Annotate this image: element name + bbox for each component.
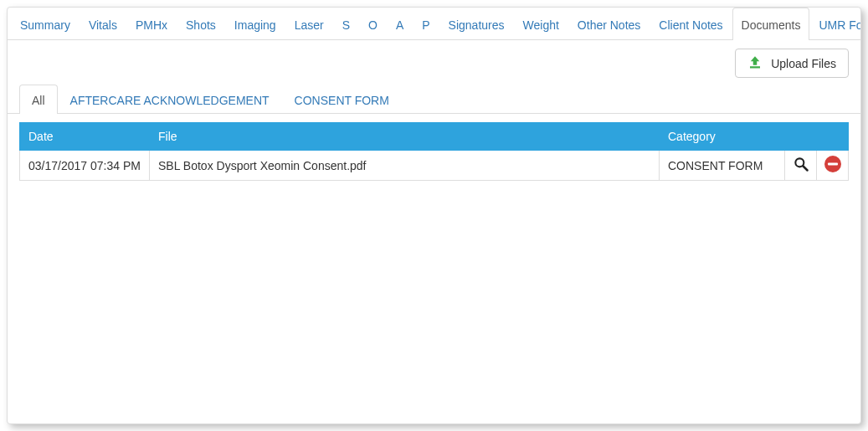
cell-category: CONSENT FORM — [660, 151, 785, 181]
tab-summary[interactable]: Summary — [11, 8, 80, 40]
tab-o[interactable]: O — [359, 8, 387, 40]
col-header-date[interactable]: Date — [20, 123, 150, 151]
table-area: Date File Category 03/17/2017 07:34 PMSB… — [8, 114, 860, 423]
cell-date: 03/17/2017 07:34 PM — [20, 151, 150, 181]
minus-circle-icon — [824, 156, 841, 172]
col-header-file[interactable]: File — [150, 123, 660, 151]
col-header-delete — [817, 123, 849, 151]
upload-files-label: Upload Files — [771, 57, 836, 70]
toolbar: Upload Files — [8, 40, 860, 85]
tab-laser[interactable]: Laser — [285, 8, 333, 40]
tab-vitals[interactable]: Vitals — [80, 8, 126, 40]
tab-client-notes[interactable]: Client Notes — [650, 8, 732, 40]
documents-panel: SummaryVitalsPMHxShotsImagingLaserSOAPSi… — [7, 7, 861, 424]
tab-a[interactable]: A — [387, 8, 413, 40]
upload-icon — [747, 54, 763, 72]
subtab-all[interactable]: All — [19, 85, 58, 114]
col-header-view — [785, 123, 817, 151]
table-row: 03/17/2017 07:34 PMSBL Botox Dysport Xeo… — [20, 151, 849, 181]
tab-shots[interactable]: Shots — [177, 8, 225, 40]
tab-weight[interactable]: Weight — [514, 8, 568, 40]
search-icon — [793, 156, 809, 175]
tab-umr-forms[interactable]: UMR Forms — [809, 8, 861, 40]
subtab-aftercare-acknowledgement[interactable]: AFTERCARE ACKNOWLEDGEMENT — [58, 85, 282, 114]
main-tab-bar: SummaryVitalsPMHxShotsImagingLaserSOAPSi… — [8, 8, 860, 40]
delete-button[interactable] — [824, 156, 841, 172]
tab-signatures[interactable]: Signatures — [439, 8, 514, 40]
tab-documents[interactable]: Documents — [732, 8, 810, 40]
cell-delete — [817, 151, 849, 181]
upload-files-button[interactable]: Upload Files — [735, 49, 849, 78]
view-button[interactable] — [793, 156, 809, 175]
svg-rect-0 — [750, 66, 760, 68]
tab-s[interactable]: S — [333, 8, 359, 40]
tab-p[interactable]: P — [413, 8, 439, 40]
cell-file: SBL Botox Dysport Xeomin Consent.pdf — [150, 151, 660, 181]
subtab-consent-form[interactable]: CONSENT FORM — [282, 85, 402, 114]
cell-view — [785, 151, 817, 181]
sub-tab-bar: AllAFTERCARE ACKNOWLEDGEMENTCONSENT FORM — [8, 85, 860, 114]
col-header-category[interactable]: Category — [660, 123, 785, 151]
tab-pmhx[interactable]: PMHx — [126, 8, 177, 40]
svg-line-2 — [803, 167, 807, 171]
tab-other-notes[interactable]: Other Notes — [568, 8, 650, 40]
tab-imaging[interactable]: Imaging — [225, 8, 285, 40]
documents-table: Date File Category 03/17/2017 07:34 PMSB… — [19, 122, 849, 181]
table-header-row: Date File Category — [20, 123, 849, 151]
